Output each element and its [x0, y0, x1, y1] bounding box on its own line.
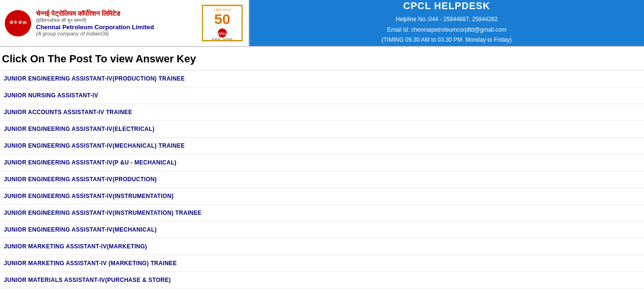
list-item: JUNIOR ENGINEERING ASSISTANT-IV(INSTRUME…	[0, 188, 644, 205]
helpdesk-section: CPCL HELPDESK Helpline No.:044 - 2594468…	[249, 0, 644, 46]
list-item: JUNIOR ENGINEERING ASSISTANT-IV(ELECTRIC…	[0, 121, 644, 138]
list-item: JUNIOR MARKETING ASSISTANT-IV (MARKETING…	[0, 255, 644, 272]
post-link[interactable]: JUNIOR ENGINEERING ASSISTANT-IV(PRODUCTI…	[0, 70, 644, 87]
helpdesk-title: CPCL HELPDESK	[403, 0, 491, 12]
post-link[interactable]: JUNIOR ACCOUNTS ASSISTANT-IV TRAINEE	[0, 104, 644, 120]
post-link[interactable]: JUNIOR MATERIALS ASSISTANT-IV(PURCHASE &…	[0, 272, 644, 288]
org-english-name: Chennai Petroleum Corporation Limited	[36, 23, 196, 31]
post-link[interactable]: JUNIOR ENGINEERING ASSISTANT-IV(PRODUCTI…	[0, 171, 644, 187]
svg-text:50: 50	[214, 11, 230, 27]
list-item: JUNIOR ENGINEERING ASSISTANT-IV(P &U - M…	[0, 154, 644, 171]
post-list: JUNIOR ENGINEERING ASSISTANT-IV(PRODUCTI…	[0, 70, 644, 292]
list-item: JUNIOR ENGINEERING ASSISTANT-IV(MECHANIC…	[0, 138, 644, 154]
list-item: JUNIOR ENGINEERING ASSISTANT-IV(INSTRUME…	[0, 205, 644, 222]
org-hindi-subtext: (इंडियनऑयल की सुर कम्पनी)	[36, 18, 196, 23]
org-group-text: (A group company of IndianOil)	[36, 31, 196, 36]
list-item: JUNIOR ENGINEERING ASSISTANT-IV(PRODUCTI…	[0, 171, 644, 188]
list-item: JUNIOR ACCOUNTS ASSISTANT-IV TRAINEE	[0, 104, 644, 121]
post-link[interactable]: JUNIOR MARKETING ASSISTANT-IV(MARKETING)	[0, 238, 644, 255]
post-link[interactable]: JUNIOR ENGINEERING ASSISTANT-IV(P &U - M…	[0, 154, 644, 171]
list-item: JUNIOR ENGINEERING ASSISTANT-IV(PRODUCTI…	[0, 70, 644, 87]
post-link[interactable]: JUNIOR NURSING ASSISTANT-IV	[0, 87, 644, 104]
helpline-number: Helpline No.:044 - 25944687, 25944282	[382, 14, 512, 25]
svg-text:Energy · Synergy: Energy · Synergy	[211, 37, 233, 40]
post-link[interactable]: JUNIOR ENGINEERING ASSISTANT-IV(MECHANIC…	[0, 222, 644, 238]
svg-text:CPCL: CPCL	[218, 32, 226, 35]
office-timing: (TIMING 09.30 AM to 03.30 PM. Monday to …	[382, 35, 512, 46]
list-item: JUNIOR ENGINEERING ASSISTANT-IV(MECHANIC…	[0, 222, 644, 238]
cpcl-logo: सी पी सी एल	[5, 10, 31, 36]
list-item: JUNIOR MARKETING ASSISTANT-IV(MARKETING)	[0, 238, 644, 255]
helpdesk-info: Helpline No.:044 - 25944687, 25944282 Em…	[382, 14, 512, 46]
post-link[interactable]: JUNIOR MARKETING ASSISTANT-IV (MARKETING…	[0, 255, 644, 271]
list-item: JUNIOR MATERIALS ASSISTANT-IV(PURCHASE &…	[0, 272, 644, 289]
anniversary-badge: 50 1965-2015 CPCL Energy · Synergy	[200, 4, 244, 42]
page-header: सी पी सी एल चेन्नई पेट्रोलियम कॉर्पोरेशन…	[0, 0, 644, 47]
post-link[interactable]: JUNIOR ENGINEERING ASSISTANT-IV(INSTRUME…	[0, 188, 644, 204]
email-address: Email Id: chennaipetroleumcorpltd@gmail.…	[382, 25, 512, 35]
post-link[interactable]: JUNIOR ENGINEERING ASSISTANT-IV(MECHANIC…	[0, 138, 644, 154]
page-instruction: Click On The Post To view Answer Key	[0, 47, 644, 70]
post-link[interactable]: JUNIOR ENGINEERING ASSISTANT-IV(ELECTRIC…	[0, 121, 644, 137]
svg-text:1965-2015: 1965-2015	[213, 8, 231, 12]
org-info: चेन्नई पेट्रोलियम कॉर्पोरेशन लिमिटेड (इं…	[36, 10, 196, 36]
org-hindi-name: चेन्नई पेट्रोलियम कॉर्पोरेशन लिमिटेड	[36, 10, 196, 18]
post-link[interactable]: JUNIOR QUALITY CONTROL ANALYST-IV(QC)	[0, 289, 644, 292]
header-left-section: सी पी सी एल चेन्नई पेट्रोलियम कॉर्पोरेशन…	[0, 0, 249, 46]
list-item: JUNIOR NURSING ASSISTANT-IV	[0, 87, 644, 104]
list-item: JUNIOR QUALITY CONTROL ANALYST-IV(QC)	[0, 289, 644, 292]
post-link[interactable]: JUNIOR ENGINEERING ASSISTANT-IV(INSTRUME…	[0, 205, 644, 221]
